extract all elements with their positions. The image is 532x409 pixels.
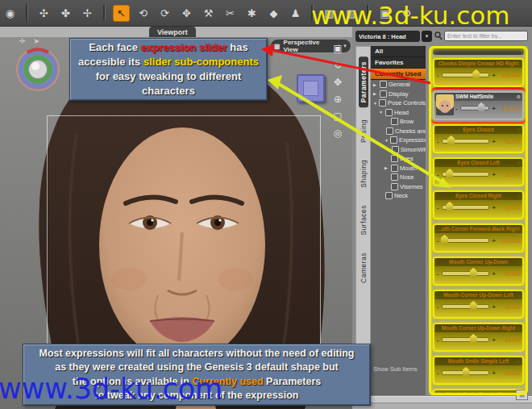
- floating-cube-widget[interactable]: [297, 74, 325, 102]
- slider-handle[interactable]: [472, 69, 480, 80]
- slider-value[interactable]: 91.7%: [498, 139, 520, 144]
- tree-item-simonwm[interactable]: SimonWM: [371, 145, 426, 155]
- slider-value[interactable]: 100.0%: [498, 106, 520, 111]
- panel-options-button[interactable]: ▤: [516, 390, 528, 400]
- gear-icon[interactable]: ⚙: [517, 358, 521, 365]
- ik-chain-tool-icon[interactable]: ⚒: [200, 5, 217, 22]
- tab-surfaces[interactable]: Surfaces: [359, 200, 368, 240]
- slider-track[interactable]: [442, 238, 490, 243]
- slider-handle[interactable]: [446, 202, 453, 212]
- tab-posing[interactable]: Posing: [359, 115, 368, 148]
- nudge-plus-button[interactable]: +: [492, 270, 496, 278]
- nudge-plus-button[interactable]: +: [492, 303, 496, 311]
- tree-item-mouth[interactable]: ▶Mouth: [371, 164, 426, 173]
- nudge-minus-button[interactable]: -: [437, 303, 439, 311]
- tree-item-cheeks-and-jaw[interactable]: Cheeks and Jaw: [371, 127, 426, 136]
- slider-track[interactable]: [460, 106, 490, 111]
- expand-arrow[interactable]: ▼: [373, 101, 377, 106]
- expand-arrow[interactable]: ▼: [384, 138, 389, 143]
- slider-track[interactable]: [442, 73, 490, 77]
- slider-handle[interactable]: [447, 136, 455, 146]
- nudge-minus-button[interactable]: -: [437, 204, 439, 211]
- slider-value[interactable]: 100.0%: [498, 73, 520, 78]
- nudge-plus-button[interactable]: +: [492, 204, 496, 211]
- expand-arrow[interactable]: ▶: [384, 165, 389, 170]
- gear-icon[interactable]: ⚙: [517, 61, 521, 67]
- group-currently-used[interactable]: Currently Used: [371, 69, 426, 80]
- tree-item-pose-controls[interactable]: ▼Pose Controls: [371, 98, 426, 108]
- expand-arrow[interactable]: ▶: [373, 91, 378, 96]
- orbit-gizmo[interactable]: [11, 40, 64, 94]
- expand-arrow[interactable]: ▼: [379, 110, 384, 115]
- show-sub-items-label[interactable]: Show Sub Items: [373, 365, 418, 373]
- slider-value[interactable]: 61.3%: [498, 304, 520, 310]
- nudge-minus-button[interactable]: -: [437, 369, 439, 377]
- slider-track[interactable]: [442, 139, 490, 144]
- slider-value[interactable]: 61.3%: [498, 337, 520, 343]
- aim-view-icon[interactable]: ◎: [330, 127, 345, 140]
- tree-item-visemes[interactable]: Visemes: [371, 182, 426, 192]
- nudge-minus-button[interactable]: -: [455, 105, 458, 112]
- slider-track[interactable]: [442, 370, 490, 375]
- create-instance-tool-icon[interactable]: ✤: [57, 5, 74, 22]
- nudge-plus-button[interactable]: +: [492, 171, 496, 178]
- slider-handle[interactable]: [478, 102, 485, 113]
- tab-cameras[interactable]: Cameras: [359, 248, 368, 288]
- gear-icon[interactable]: ⚙: [517, 160, 521, 166]
- gear-icon[interactable]: ⚙: [517, 127, 521, 133]
- gear-icon[interactable]: ⚙: [517, 325, 521, 332]
- frame-tool-icon[interactable]: ◉: [2, 5, 19, 22]
- slider-track[interactable]: [442, 271, 490, 276]
- slider-value[interactable]: 91.7%: [498, 205, 520, 211]
- render-settings-tool-icon[interactable]: ▧: [321, 5, 338, 22]
- render-tool-icon[interactable]: ▨: [343, 5, 360, 22]
- tree-item-expressions[interactable]: ▼Expressions: [371, 136, 426, 145]
- slider-value[interactable]: 61.3%: [498, 271, 520, 277]
- expand-arrow[interactable]: ▶: [373, 82, 378, 87]
- nudge-plus-button[interactable]: +: [492, 237, 496, 244]
- create-node-tool-icon[interactable]: ✣: [35, 5, 52, 22]
- frame-view-icon[interactable]: ▢: [330, 110, 345, 123]
- camera-tool-icon[interactable]: ▣: [376, 5, 393, 22]
- nudge-minus-button[interactable]: -: [437, 72, 439, 79]
- orbit-tool-icon[interactable]: ⟳: [156, 5, 173, 22]
- slider-track[interactable]: [442, 205, 490, 210]
- nudge-plus-button[interactable]: +: [492, 369, 496, 377]
- gear-icon[interactable]: ⚙: [517, 226, 521, 232]
- nudge-plus-button[interactable]: +: [492, 138, 496, 145]
- nudge-minus-button[interactable]: -: [437, 138, 439, 145]
- slider-handle[interactable]: [463, 367, 470, 378]
- orbit-view-icon[interactable]: ↻: [330, 59, 345, 72]
- slider-value[interactable]: 25.3%: [498, 370, 520, 376]
- figure-tool-icon[interactable]: ♟: [287, 5, 304, 22]
- surface-selection-tool-icon[interactable]: ◆: [265, 5, 282, 22]
- viewport-tab[interactable]: Viewport: [149, 27, 196, 37]
- tree-item-neck[interactable]: Neck: [371, 191, 426, 201]
- pose-tool-icon[interactable]: ✱: [243, 5, 260, 22]
- tab-parameters[interactable]: Parameters: [359, 56, 368, 107]
- slider-value[interactable]: 91.7%: [498, 172, 520, 177]
- pan-view-icon[interactable]: ✥: [330, 76, 345, 89]
- nudge-minus-button[interactable]: -: [437, 171, 439, 178]
- gear-icon[interactable]: ⚙: [517, 292, 521, 298]
- universal-translate-tool-icon[interactable]: ✥: [178, 5, 195, 22]
- node-selector[interactable]: Victoria 8 : Head: [355, 31, 420, 42]
- tab-shaping[interactable]: Shaping: [359, 155, 368, 193]
- node-selection-tool-icon[interactable]: ↖: [113, 5, 130, 22]
- tree-item-display[interactable]: ▶Display: [371, 90, 426, 99]
- group-favorites[interactable]: Favorites: [371, 57, 426, 69]
- camera-settings-tool-icon[interactable]: ⚙: [398, 5, 415, 22]
- tree-item-general[interactable]: ▶General: [371, 80, 426, 90]
- gear-icon[interactable]: ⚙: [517, 94, 521, 100]
- zoom-view-icon[interactable]: ⊕: [330, 93, 345, 106]
- filter-input[interactable]: [444, 31, 528, 41]
- tree-item-brow[interactable]: Brow: [371, 117, 426, 127]
- slider-handle[interactable]: [470, 334, 477, 344]
- nudge-plus-button[interactable]: +: [492, 105, 496, 112]
- gear-icon[interactable]: ⚙: [517, 259, 521, 265]
- tree-item-head[interactable]: ▼Head: [371, 108, 426, 118]
- nudge-minus-button[interactable]: -: [437, 336, 439, 344]
- slider-track[interactable]: [442, 304, 490, 309]
- gear-icon[interactable]: ⚙: [517, 193, 521, 199]
- slider-handle[interactable]: [470, 301, 477, 311]
